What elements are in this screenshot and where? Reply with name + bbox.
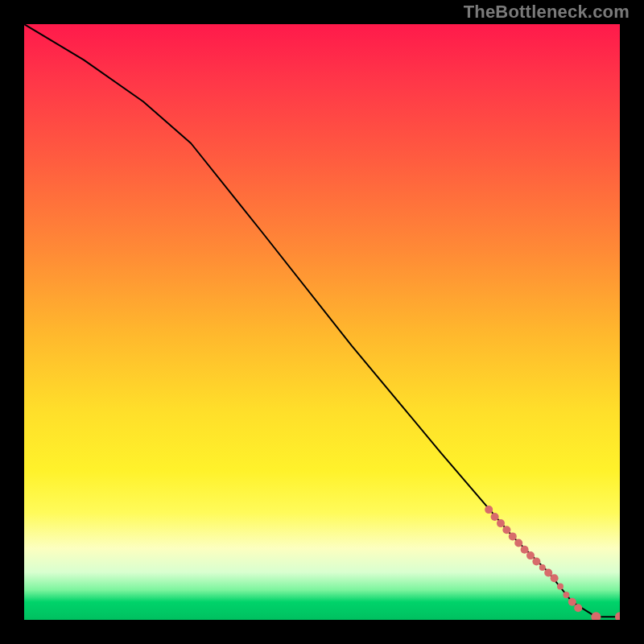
bottleneck-curve (24, 24, 620, 617)
attribution-text: TheBottleneck.com (464, 2, 630, 23)
scatter-point (615, 612, 620, 620)
chart-frame: TheBottleneck.com (0, 0, 644, 644)
scatter-point (521, 546, 529, 554)
scatter-group (485, 506, 620, 620)
scatter-point (551, 574, 559, 582)
scatter-point (557, 584, 564, 590)
scatter-point (485, 506, 493, 514)
scatter-point (544, 569, 552, 577)
scatter-point (568, 598, 576, 606)
scatter-point (502, 526, 510, 534)
scatter-point (491, 513, 499, 521)
plot-area (24, 24, 620, 620)
scatter-point (509, 532, 517, 540)
scatter-point (526, 551, 535, 559)
scatter-point (532, 558, 540, 566)
scatter-point (591, 612, 601, 620)
scatter-point (563, 592, 569, 598)
scatter-point (574, 604, 582, 612)
chart-overlay (24, 24, 620, 620)
scatter-point (514, 539, 522, 547)
scatter-point (497, 519, 505, 527)
scatter-point (539, 564, 546, 571)
